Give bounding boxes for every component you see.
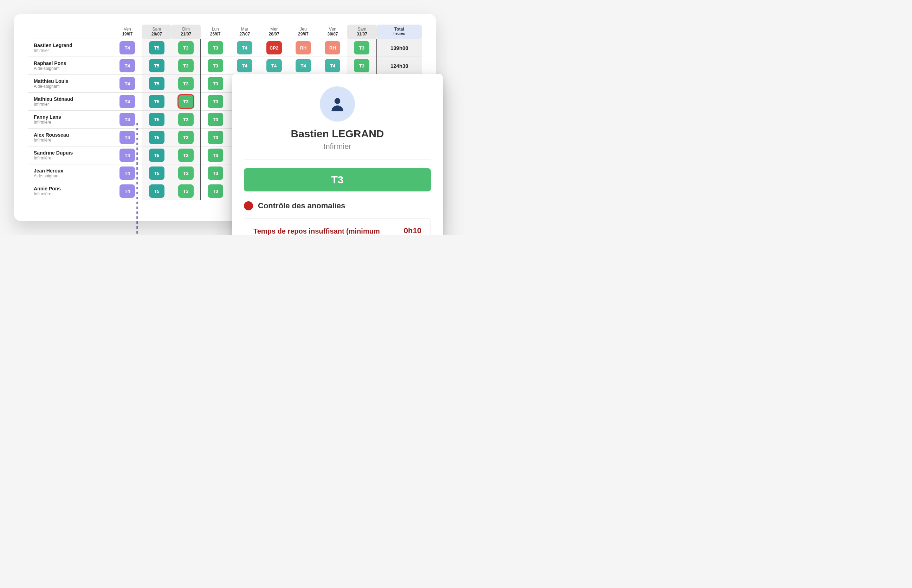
shift-badge[interactable]: T3 <box>178 95 194 108</box>
shift-cell[interactable]: T4 <box>230 39 259 57</box>
shift-badge[interactable]: T3 <box>178 184 194 198</box>
shift-cell[interactable]: T4 <box>113 129 142 147</box>
shift-cell[interactable]: T3 <box>201 182 230 200</box>
shift-badge[interactable]: T3 <box>208 41 223 55</box>
shift-badge[interactable]: T5 <box>149 77 165 90</box>
employee-cell[interactable]: Fanny LansInfirmière <box>28 111 113 129</box>
shift-badge[interactable]: T4 <box>120 131 135 144</box>
header-day[interactable]: Dim21/07 <box>171 24 201 39</box>
shift-badge[interactable]: T3 <box>178 59 194 73</box>
shift-badge[interactable]: T5 <box>149 149 165 162</box>
header-day[interactable]: Mer28/07 <box>259 24 289 39</box>
shift-badge[interactable]: T3 <box>208 59 223 73</box>
shift-badge[interactable]: T4 <box>120 149 135 162</box>
shift-cell[interactable]: T5 <box>142 93 171 111</box>
shift-badge[interactable]: T3 <box>208 166 223 180</box>
shift-cell[interactable]: T3 <box>171 147 201 165</box>
shift-badge[interactable]: T3 <box>178 131 194 144</box>
shift-badge[interactable]: T3 <box>208 77 223 90</box>
shift-cell[interactable]: T4 <box>113 93 142 111</box>
shift-cell[interactable]: T3 <box>201 129 230 147</box>
shift-badge[interactable]: T5 <box>149 131 165 144</box>
shift-badge[interactable]: T3 <box>208 113 223 126</box>
shift-badge[interactable]: T4 <box>120 95 135 108</box>
shift-badge[interactable]: T4 <box>120 41 135 55</box>
shift-badge[interactable]: T4 <box>325 59 340 73</box>
employee-cell[interactable]: Jean HerouxAide-soignant <box>28 165 113 182</box>
shift-badge[interactable]: T5 <box>149 41 165 55</box>
shift-cell[interactable]: T3 <box>201 39 230 57</box>
shift-badge[interactable]: T5 <box>149 113 165 126</box>
shift-badge[interactable]: T4 <box>120 59 135 73</box>
employee-cell[interactable]: Raphael PonsAide-soignant <box>28 57 113 75</box>
shift-badge[interactable]: T3 <box>178 166 194 180</box>
header-day[interactable]: Ven30/07 <box>318 24 347 39</box>
shift-cell[interactable]: T3 <box>347 39 377 57</box>
shift-cell[interactable]: T3 <box>171 57 201 75</box>
shift-cell[interactable]: T4 <box>289 57 318 75</box>
shift-badge[interactable]: T4 <box>120 184 135 198</box>
shift-badge[interactable]: T3 <box>208 149 223 162</box>
shift-badge[interactable]: T3 <box>354 59 369 73</box>
shift-badge[interactable]: T5 <box>149 166 165 180</box>
shift-cell[interactable]: T3 <box>201 93 230 111</box>
shift-badge[interactable]: T3 <box>208 95 223 108</box>
header-day[interactable]: Sam31/07 <box>347 24 377 39</box>
employee-cell[interactable]: Mathieu SténaudInfirmier <box>28 93 113 111</box>
shift-cell[interactable]: T3 <box>171 93 201 111</box>
shift-cell[interactable]: T4 <box>113 182 142 200</box>
shift-badge[interactable]: T5 <box>149 95 165 108</box>
shift-badge[interactable]: T4 <box>237 59 252 73</box>
employee-cell[interactable]: Sandrine DupuisInfirmière <box>28 147 113 165</box>
shift-cell[interactable]: T3 <box>171 129 201 147</box>
shift-cell[interactable]: T4 <box>230 57 259 75</box>
shift-cell[interactable]: T4 <box>113 165 142 182</box>
header-day[interactable]: Ven19/07 <box>113 24 142 39</box>
shift-cell[interactable]: T3 <box>201 57 230 75</box>
detail-shift-badge[interactable]: T3 <box>244 168 431 191</box>
shift-badge[interactable]: T4 <box>120 77 135 90</box>
shift-cell[interactable]: T5 <box>142 182 171 200</box>
shift-badge[interactable]: T4 <box>120 166 135 180</box>
header-day[interactable]: Lun26/07 <box>201 24 230 39</box>
shift-cell[interactable]: T4 <box>113 57 142 75</box>
shift-cell[interactable]: T3 <box>171 75 201 93</box>
employee-cell[interactable]: Matthieu LouisAide-soignant <box>28 75 113 93</box>
shift-cell[interactable]: T3 <box>201 165 230 182</box>
shift-cell[interactable]: T5 <box>142 165 171 182</box>
shift-badge[interactable]: T4 <box>237 41 252 55</box>
shift-cell[interactable]: T3 <box>171 111 201 129</box>
header-day[interactable]: Sam20/07 <box>142 24 171 39</box>
shift-badge[interactable]: T3 <box>178 113 194 126</box>
shift-cell[interactable]: T3 <box>171 182 201 200</box>
shift-badge[interactable]: T5 <box>149 184 165 198</box>
shift-badge[interactable]: T4 <box>120 113 135 126</box>
employee-cell[interactable]: Annie PonsInfirmière <box>28 182 113 200</box>
shift-cell[interactable]: RH <box>289 39 318 57</box>
shift-cell[interactable]: T3 <box>171 165 201 182</box>
shift-badge[interactable]: T4 <box>296 59 311 73</box>
shift-cell[interactable]: T5 <box>142 129 171 147</box>
shift-cell[interactable]: T3 <box>201 111 230 129</box>
shift-cell[interactable]: T5 <box>142 111 171 129</box>
shift-cell[interactable]: T4 <box>318 57 347 75</box>
shift-badge[interactable]: T3 <box>178 149 194 162</box>
shift-cell[interactable]: T4 <box>113 75 142 93</box>
shift-badge[interactable]: CP2 <box>267 41 282 55</box>
header-day[interactable]: Jeu29/07 <box>289 24 318 39</box>
header-day[interactable]: Mar27/07 <box>230 24 259 39</box>
employee-cell[interactable]: Bastien LegrandInfirmier <box>28 39 113 57</box>
shift-cell[interactable]: T5 <box>142 75 171 93</box>
shift-badge[interactable]: T3 <box>178 41 194 55</box>
shift-badge[interactable]: T3 <box>178 77 194 90</box>
shift-cell[interactable]: T3 <box>347 57 377 75</box>
shift-cell[interactable]: T4 <box>113 39 142 57</box>
shift-badge[interactable]: RH <box>325 41 340 55</box>
shift-cell[interactable]: T4 <box>259 57 289 75</box>
employee-cell[interactable]: Alex RousseauInfirmière <box>28 129 113 147</box>
shift-cell[interactable]: T5 <box>142 147 171 165</box>
shift-badge[interactable]: T4 <box>267 59 282 73</box>
shift-badge[interactable]: T3 <box>208 184 223 198</box>
shift-cell[interactable]: T5 <box>142 39 171 57</box>
shift-cell[interactable]: T3 <box>201 75 230 93</box>
